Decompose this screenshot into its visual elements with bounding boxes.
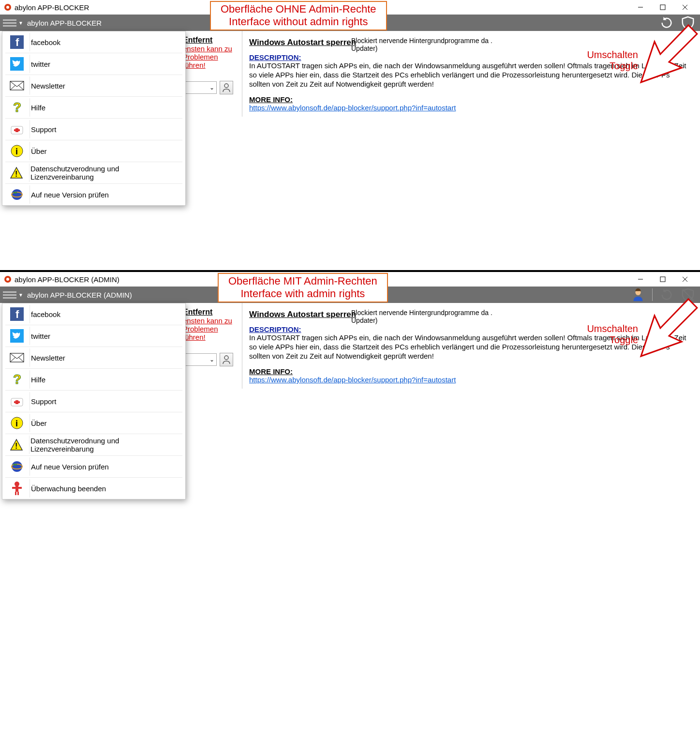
- twitter-icon: [10, 57, 24, 71]
- maximize-button[interactable]: [652, 0, 674, 15]
- menu-item-support[interactable]: Support: [2, 119, 185, 140]
- svg-point-42: [15, 482, 19, 486]
- maximize-icon: [660, 4, 666, 10]
- banner-line-de: Oberfläche MIT Admin-Rechten: [228, 275, 377, 287]
- user-button[interactable]: [220, 81, 233, 94]
- warning-icon: !: [10, 438, 23, 451]
- chevron-down-icon: ⌄: [209, 356, 214, 363]
- menu-item-support[interactable]: Support: [2, 391, 185, 412]
- minimize-button[interactable]: [629, 272, 652, 287]
- menu-item-stop-monitoring[interactable]: Überwachung beenden: [2, 478, 185, 499]
- firstaid-icon: [10, 123, 24, 135]
- banner-line-en: Interface without admin rights: [221, 15, 376, 28]
- svg-rect-46: [17, 492, 19, 495]
- chevron-down-icon: ▼: [18, 292, 23, 298]
- menu-item-update[interactable]: Auf neue Version prüfen: [2, 456, 185, 477]
- main-menu-dropdown: f facebook twitter Newsletter ? Hilfe Su…: [2, 303, 186, 499]
- svg-point-18: [12, 189, 22, 200]
- info-icon: i: [11, 417, 23, 429]
- svg-point-21: [6, 278, 9, 281]
- maximize-icon: [660, 276, 666, 282]
- menu-item-newsletter[interactable]: Newsletter: [2, 347, 185, 368]
- app-logo-icon: [4, 3, 12, 11]
- question-icon: ?: [11, 100, 23, 115]
- more-info-link[interactable]: https://www.abylonsoft.de/app-blocker/su…: [249, 104, 456, 112]
- warning-text: ensten kann zu Problemen führen!: [183, 317, 237, 341]
- entfernt-heading: Entfernt: [183, 308, 237, 317]
- chevron-down-icon: ⌄: [209, 84, 214, 91]
- minimize-button[interactable]: [629, 0, 652, 15]
- chevron-down-icon: ▼: [18, 20, 23, 26]
- svg-text:i: i: [15, 147, 18, 156]
- menu-item-twitter[interactable]: twitter: [2, 53, 185, 75]
- warning-icon: !: [10, 166, 23, 179]
- annotation-banner: Oberfläche OHNE Admin-Rechte Interface w…: [210, 1, 387, 30]
- envelope-icon: [10, 353, 24, 362]
- main-menu-dropdown: f facebook twitter Newsletter ? Hilfe Su…: [2, 31, 186, 206]
- description-label: DESCRIPTION:: [249, 53, 301, 61]
- close-button[interactable]: [674, 272, 696, 287]
- svg-text:?: ?: [13, 100, 21, 115]
- menu-item-newsletter[interactable]: Newsletter: [2, 75, 185, 96]
- globe-icon: [10, 460, 24, 473]
- facebook-icon: f: [10, 35, 24, 49]
- menu-item-about[interactable]: i Über: [2, 412, 185, 434]
- svg-rect-44: [12, 487, 22, 489]
- description-label: DESCRIPTION:: [249, 325, 301, 333]
- banner-line-en: Interface with admin rights: [228, 287, 377, 300]
- hamburger-menu-button[interactable]: [3, 19, 16, 27]
- question-icon: ?: [11, 372, 23, 387]
- block-info-text: Blockiert nervende Hintergrundprogramme …: [351, 37, 501, 52]
- app-logo-icon: [4, 275, 12, 283]
- panel-no-admin: abylon APP-BLOCKER ▼ abylon APP-BLOCKER …: [0, 0, 700, 272]
- close-icon: [682, 276, 688, 282]
- combo-box[interactable]: ⌄: [183, 81, 217, 94]
- toggle-annotation: Umschalten Toggle: [587, 323, 638, 346]
- entfernt-heading: Entfernt: [183, 36, 237, 45]
- svg-text:!: !: [15, 442, 17, 450]
- more-info-label: MORE INFO:: [249, 367, 293, 376]
- firstaid-icon: [10, 395, 24, 407]
- user-icon: [222, 83, 231, 92]
- combo-box[interactable]: ⌄: [183, 353, 217, 366]
- toolbar-title: abylon APP-BLOCKER (ADMIN): [27, 291, 132, 299]
- menu-item-help[interactable]: ? Hilfe: [2, 369, 185, 390]
- svg-rect-45: [15, 492, 16, 495]
- svg-text:f: f: [15, 308, 19, 320]
- menu-item-help[interactable]: ? Hilfe: [2, 97, 185, 118]
- svg-rect-36: [14, 401, 20, 403]
- envelope-icon: [10, 81, 24, 91]
- user-button[interactable]: [220, 353, 233, 366]
- banner-line-de: Oberfläche OHNE Admin-Rechte: [221, 3, 376, 15]
- user-icon: [222, 355, 231, 364]
- more-info-link[interactable]: https://www.abylonsoft.de/app-blocker/su…: [249, 376, 456, 384]
- menu-item-privacy[interactable]: ! Datenschutzverodnung und Lizenzvereinb…: [2, 434, 185, 455]
- svg-point-28: [224, 356, 228, 360]
- menu-item-twitter[interactable]: twitter: [2, 325, 185, 347]
- svg-rect-3: [660, 5, 665, 10]
- menu-item-privacy[interactable]: ! Datenschutzverodnung und Lizenzvereinb…: [2, 162, 185, 183]
- arrow-annotation-icon: [635, 22, 698, 85]
- close-button[interactable]: [674, 0, 696, 15]
- block-info-text: Blockiert nervende Hintergrundprogramme …: [351, 309, 501, 324]
- maximize-button[interactable]: [652, 272, 674, 287]
- window-title: abylon APP-BLOCKER: [15, 3, 89, 12]
- svg-point-40: [12, 461, 22, 472]
- svg-rect-23: [660, 277, 665, 282]
- toolbar-title: abylon APP-BLOCKER: [27, 19, 102, 27]
- window-title: abylon APP-BLOCKER (ADMIN): [15, 275, 119, 284]
- warning-text: ensten kann zu Problemen führen!: [183, 45, 237, 69]
- facebook-icon: f: [10, 307, 24, 321]
- menu-item-update[interactable]: Auf neue Version prüfen: [2, 184, 185, 205]
- info-icon: i: [11, 145, 23, 157]
- minimize-icon: [638, 4, 643, 10]
- menu-item-about[interactable]: i Über: [2, 140, 185, 162]
- globe-icon: [10, 188, 24, 201]
- svg-point-6: [224, 84, 228, 88]
- close-icon: [682, 4, 688, 10]
- menu-item-facebook[interactable]: f facebook: [2, 31, 185, 53]
- menu-item-facebook[interactable]: f facebook: [2, 303, 185, 325]
- minimize-icon: [638, 276, 643, 282]
- hamburger-menu-button[interactable]: [3, 291, 16, 299]
- panel-admin: abylon APP-BLOCKER (ADMIN) ▼ abylon APP-…: [0, 272, 700, 543]
